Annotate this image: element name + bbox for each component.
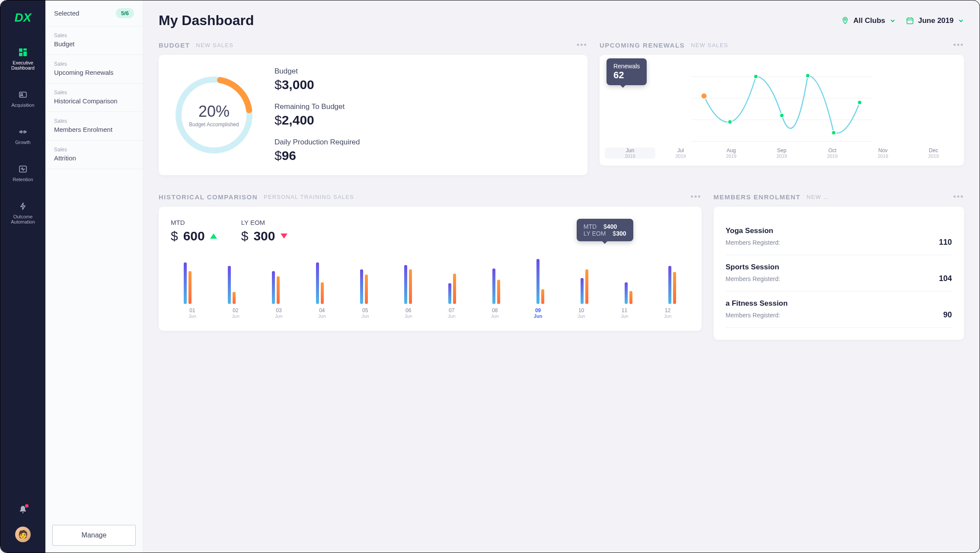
sidebar-item-name: Budget bbox=[54, 40, 134, 48]
sidebar-item-category: Sales bbox=[54, 90, 134, 96]
renewals-subtitle: NEW SALES bbox=[691, 42, 728, 48]
avatar[interactable]: 🧑 bbox=[15, 527, 31, 542]
renewals-more-button[interactable]: ••• bbox=[953, 41, 964, 50]
sidebar-item-category: Sales bbox=[54, 147, 134, 153]
lyeom-label: LY EOM bbox=[241, 219, 287, 226]
renewals-title: UPCOMING RENEWALS bbox=[600, 42, 685, 49]
bolt-icon bbox=[18, 201, 28, 211]
pulse-icon bbox=[18, 164, 28, 174]
budget-pct: 20% bbox=[198, 102, 230, 121]
svg-point-18 bbox=[779, 113, 784, 118]
enrolment-more-button[interactable]: ••• bbox=[953, 192, 964, 201]
enrolment-name: Yoga Session bbox=[726, 227, 952, 235]
svg-point-19 bbox=[805, 74, 810, 78]
nav-outcome-automation[interactable]: Outcome Automation bbox=[0, 196, 45, 230]
svg-point-20 bbox=[831, 131, 836, 135]
enrolment-count: 110 bbox=[939, 238, 952, 247]
x-tick: Aug2019 bbox=[706, 147, 757, 159]
budget-donut-chart: 20% Budget Accomplished bbox=[171, 72, 257, 158]
historical-bar-chart bbox=[171, 252, 690, 304]
svg-point-5 bbox=[21, 93, 22, 95]
notification-dot bbox=[25, 504, 29, 508]
sidebar-item-name: Members Enrolment bbox=[54, 126, 134, 133]
sidebar-item-historical[interactable]: Sales Historical Comparison bbox=[45, 83, 143, 112]
budget-more-button[interactable]: ••• bbox=[577, 41, 587, 50]
enrolment-count: 104 bbox=[939, 274, 952, 283]
budget-pct-label: Budget Accomplished bbox=[189, 121, 239, 128]
renewals-line-chart bbox=[605, 64, 959, 146]
sidebar-item-budget[interactable]: Sales Budget bbox=[45, 26, 143, 55]
historical-subtitle: PERSONAL TRAINING SALES bbox=[264, 194, 354, 200]
nav-growth[interactable]: Growth bbox=[0, 121, 45, 150]
page-title: My Dashboard bbox=[159, 13, 831, 29]
x-tick: Nov2019 bbox=[858, 147, 908, 159]
sidebar-item-enrolment[interactable]: Sales Members Enrolment bbox=[45, 112, 143, 141]
sidebar-item-name: Upcoming Renewals bbox=[54, 69, 134, 76]
sidebar-item-attrition[interactable]: Sales Attrition bbox=[45, 141, 143, 169]
historical-widget: HISTORICAL COMPARISON PERSONAL TRAINING … bbox=[159, 192, 702, 340]
enrolment-label: Members Registerd: bbox=[726, 275, 780, 282]
sidebar-item-name: Attrition bbox=[54, 154, 134, 162]
enrolment-item: a Fitness Session Members Registerd:90 bbox=[726, 291, 952, 328]
x-tick: Sep2019 bbox=[757, 147, 807, 159]
nav-acquisition[interactable]: Acquisition bbox=[0, 84, 45, 113]
svg-rect-2 bbox=[23, 51, 27, 56]
budget-subtitle: NEW SALES bbox=[196, 42, 233, 48]
nav-label: Growth bbox=[15, 140, 30, 145]
main-content: My Dashboard All Clubs June 2019 BUDGET … bbox=[143, 0, 980, 553]
budget-title: BUDGET bbox=[159, 42, 190, 49]
nav-label: Outcome Automation bbox=[2, 214, 44, 224]
trend-down-icon bbox=[281, 233, 287, 239]
nav-label: Retention bbox=[13, 177, 33, 182]
date-filter-label: June 2019 bbox=[918, 16, 954, 25]
manage-button[interactable]: Manage bbox=[52, 525, 136, 546]
date-filter[interactable]: June 2019 bbox=[906, 16, 964, 25]
sidebar-item-name: Historical Comparison bbox=[54, 97, 134, 105]
historical-title: HISTORICAL COMPARISON bbox=[159, 193, 258, 201]
enrolment-name: a Fitness Session bbox=[726, 299, 952, 308]
svg-point-17 bbox=[753, 74, 758, 79]
svg-rect-0 bbox=[19, 48, 22, 52]
enrolment-item: Sports Session Members Registerd:104 bbox=[726, 255, 952, 291]
grid-icon bbox=[18, 47, 28, 58]
club-filter[interactable]: All Clubs bbox=[841, 16, 896, 25]
stat-value: $2,400 bbox=[275, 113, 360, 128]
nav-executive-dashboard[interactable]: Executive Dashboard bbox=[0, 42, 45, 76]
sidebar-item-category: Sales bbox=[54, 32, 134, 38]
svg-rect-8 bbox=[907, 18, 913, 24]
renewals-widget: UPCOMING RENEWALS NEW SALES ••• Renewals… bbox=[600, 41, 964, 175]
stat-value: $96 bbox=[275, 148, 360, 163]
stat-label: Remaining To Budget bbox=[275, 102, 360, 111]
svg-rect-1 bbox=[23, 48, 27, 51]
chevron-down-icon bbox=[890, 18, 896, 24]
nav-rail: DX Executive Dashboard Acquisition Growt… bbox=[0, 0, 45, 553]
svg-rect-4 bbox=[19, 92, 26, 97]
selected-list: Sales Budget Sales Upcoming Renewals Sal… bbox=[45, 26, 143, 518]
lyeom-value: $300 bbox=[241, 229, 287, 243]
mtd-label: MTD bbox=[171, 219, 217, 226]
enrolment-title: MEMBERS ENROLMENT bbox=[714, 193, 801, 201]
historical-more-button[interactable]: ••• bbox=[691, 192, 702, 201]
x-tick: Oct2019 bbox=[807, 147, 858, 159]
enrolment-widget: MEMBERS ENROLMENT NEW S... ••• Yoga Sess… bbox=[714, 192, 964, 340]
enrolment-subtitle: NEW S... bbox=[807, 194, 833, 200]
svg-rect-3 bbox=[19, 53, 22, 56]
svg-point-16 bbox=[728, 120, 732, 124]
club-filter-label: All Clubs bbox=[853, 16, 885, 25]
enrolment-count: 90 bbox=[943, 310, 952, 320]
stat-label: Budget bbox=[275, 67, 360, 76]
sidebar-item-renewals[interactable]: Sales Upcoming Renewals bbox=[45, 55, 143, 83]
enrolment-label: Members Registerd: bbox=[726, 312, 780, 319]
svg-point-7 bbox=[844, 19, 846, 20]
enrolment-name: Sports Session bbox=[726, 263, 952, 272]
sidebar: Selected 5/6 Sales Budget Sales Upcoming… bbox=[45, 0, 143, 553]
nav-label: Executive Dashboard bbox=[2, 60, 44, 70]
historical-tooltip: MTD$400 LY EOM$300 bbox=[577, 219, 633, 241]
nav-retention[interactable]: Retention bbox=[0, 159, 45, 187]
pin-icon bbox=[841, 17, 849, 25]
svg-point-15 bbox=[701, 93, 707, 99]
notifications-button[interactable] bbox=[18, 505, 28, 516]
trend-up-icon bbox=[210, 233, 217, 239]
sidebar-item-category: Sales bbox=[54, 61, 134, 67]
svg-point-21 bbox=[857, 100, 862, 105]
